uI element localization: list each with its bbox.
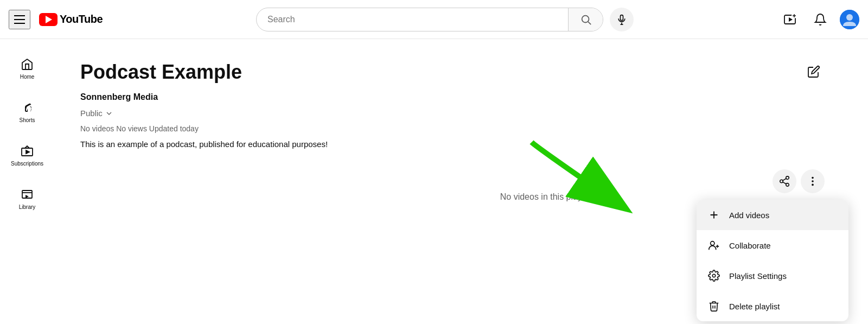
edit-icon-wrapper <box>803 61 825 82</box>
mic-button[interactable] <box>610 8 634 31</box>
svg-marker-6 <box>789 17 793 22</box>
dropdown-item-playlist-settings[interactable]: Playlist Settings <box>697 261 848 291</box>
avatar[interactable] <box>840 10 859 29</box>
svg-line-21 <box>783 179 786 181</box>
sidebar-item-shorts[interactable]: Shorts <box>5 91 49 132</box>
more-options-button[interactable] <box>801 169 825 193</box>
shorts-icon <box>21 101 34 114</box>
notifications-button[interactable] <box>809 9 831 30</box>
stats-row: No videos No views Updated today <box>80 124 842 133</box>
search-container <box>128 8 762 31</box>
home-icon <box>21 58 34 71</box>
dropdown-item-delete-playlist[interactable]: Delete playlist <box>697 291 848 321</box>
sidebar-item-library[interactable]: Library <box>5 178 49 219</box>
three-dots-icon <box>807 175 819 187</box>
channel-name: Sonnenberg Media <box>80 92 842 102</box>
dropdown-menu: Add videos Collaborate Playlist Settings <box>697 200 848 321</box>
header: YouTube <box>0 0 868 39</box>
svg-point-22 <box>812 177 814 179</box>
main-content: Podcast Example Sonnenberg Media Public … <box>54 39 868 224</box>
search-icon <box>580 14 592 26</box>
sidebar-item-home-label: Home <box>20 74 35 80</box>
delete-playlist-label: Delete playlist <box>729 302 780 311</box>
sidebar: Home Shorts Subscriptions Library <box>0 39 54 324</box>
svg-point-23 <box>812 180 814 182</box>
playlist-description: This is an example of a podcast, publish… <box>80 139 842 149</box>
mic-icon <box>616 14 627 25</box>
create-icon <box>783 13 796 26</box>
chevron-down-icon <box>105 109 113 118</box>
sidebar-item-shorts-label: Shorts <box>20 117 35 123</box>
visibility-label: Public <box>80 109 103 118</box>
add-icon <box>707 208 720 221</box>
library-icon <box>21 188 34 201</box>
svg-point-19 <box>786 183 789 187</box>
logo-text: YouTube <box>60 13 103 26</box>
svg-point-17 <box>786 176 789 180</box>
svg-marker-13 <box>26 150 29 154</box>
svg-point-29 <box>712 274 716 277</box>
visibility-selector[interactable]: Public <box>80 109 842 118</box>
avatar-image <box>840 10 859 29</box>
dropdown-item-collaborate[interactable]: Collaborate <box>697 230 848 261</box>
share-button[interactable] <box>773 169 796 193</box>
add-videos-label: Add videos <box>729 211 769 220</box>
playlist-title: Podcast Example <box>80 61 842 84</box>
create-button[interactable] <box>779 9 801 30</box>
dropdown-item-add-videos[interactable]: Add videos <box>697 200 848 230</box>
search-button[interactable] <box>568 8 603 31</box>
logo[interactable]: YouTube <box>39 13 103 26</box>
subscriptions-icon <box>21 144 34 157</box>
svg-point-24 <box>812 184 814 186</box>
svg-point-28 <box>711 242 714 245</box>
header-right <box>762 9 859 30</box>
bell-icon <box>814 13 827 26</box>
sidebar-item-subscriptions[interactable]: Subscriptions <box>5 135 49 176</box>
edit-button[interactable] <box>803 61 825 82</box>
settings-icon <box>707 269 720 282</box>
menu-button[interactable] <box>9 10 30 29</box>
playlist-settings-label: Playlist Settings <box>729 271 787 281</box>
svg-point-18 <box>780 180 783 183</box>
sidebar-item-library-label: Library <box>19 204 36 210</box>
share-icon <box>778 175 790 187</box>
youtube-logo-icon <box>39 13 58 26</box>
svg-point-0 <box>582 15 589 22</box>
svg-point-11 <box>846 14 853 21</box>
svg-rect-2 <box>621 15 623 20</box>
header-left: YouTube <box>9 10 128 29</box>
svg-line-20 <box>783 182 786 184</box>
sidebar-item-subscriptions-label: Subscriptions <box>11 161 43 167</box>
collaborate-label: Collaborate <box>729 241 771 250</box>
delete-icon <box>707 300 720 313</box>
green-arrow <box>526 137 667 226</box>
search-input[interactable] <box>257 15 568 24</box>
svg-line-1 <box>588 22 591 24</box>
sidebar-item-home[interactable]: Home <box>5 48 49 89</box>
collaborate-icon <box>707 239 720 252</box>
pencil-icon <box>807 65 820 78</box>
search-bar <box>256 8 603 31</box>
action-row <box>773 169 825 193</box>
